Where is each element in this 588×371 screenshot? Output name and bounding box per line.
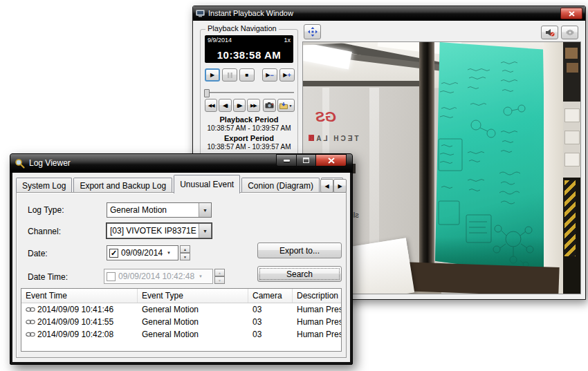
datetime-spinner: ▲ ▼	[214, 269, 225, 284]
stop-icon: ■	[246, 72, 249, 78]
hazard-stripes	[564, 180, 576, 256]
search-button[interactable]: Search	[257, 266, 342, 282]
pause-button[interactable]	[222, 68, 237, 82]
datetime-checkbox[interactable]	[107, 272, 116, 281]
tab-scroll-right-button[interactable]: ▶	[333, 179, 347, 193]
table-row[interactable]: 2014/09/09 10:41:55 General Motion 03 Hu…	[21, 316, 341, 328]
dropdown-arrow-icon[interactable]: ▼	[199, 224, 211, 238]
playback-period-label: Playback Period	[201, 115, 297, 124]
link-icon	[26, 319, 35, 325]
arrow-glyph: ▼	[203, 208, 208, 213]
speed-up-button[interactable]: ▶+	[279, 68, 295, 82]
table-row[interactable]: 2014/09/09 10:41:46 General Motion 03 Hu…	[21, 303, 341, 316]
seek-slider[interactable]	[204, 89, 294, 96]
spacer	[257, 68, 260, 82]
previous-frame-button[interactable]: ◀▮	[219, 99, 231, 112]
spin-up-button[interactable]: ▲	[214, 269, 225, 276]
playback-app-icon	[196, 10, 205, 17]
tab-export-backup-log[interactable]: Export and Backup Log	[73, 178, 172, 193]
camera-icon	[265, 102, 274, 108]
spin-up-icon: ▲	[218, 271, 221, 275]
frame-row: ◀◀ ◀▮ ▮▶ ▶▶ ▼	[205, 99, 295, 112]
minimize-button[interactable]	[276, 154, 297, 167]
cell-event-time: 2014/09/09 10:41:55	[21, 317, 138, 327]
dropdown-arrow-icon[interactable]: ▼	[199, 203, 211, 217]
datetime-picker[interactable]: 09/09/2014 10:42:48 ▼	[104, 269, 213, 284]
reflected-logo: GS	[315, 108, 336, 125]
cell-description: Human Present	[293, 330, 341, 339]
spin-up-button[interactable]: ▲	[180, 245, 190, 253]
tab-scroll-left-button[interactable]: ◀	[320, 179, 333, 193]
play-button[interactable]: ▶	[205, 68, 220, 82]
writing-board	[432, 42, 546, 285]
next-frame-button[interactable]: ▮▶	[233, 99, 246, 112]
arrow-glyph: ▼	[167, 251, 171, 255]
spin-down-button[interactable]: ▼	[180, 253, 190, 260]
fast-rewind-button[interactable]: ◀◀	[205, 99, 217, 112]
door-frame	[419, 42, 434, 277]
column-header-event-type[interactable]: Event Type	[138, 289, 248, 303]
tab-unusual-event[interactable]: Unusual Event	[174, 175, 240, 193]
right-wall	[563, 42, 580, 294]
column-header-description[interactable]: Description	[293, 289, 341, 303]
datetime-label: Date Time:	[28, 272, 68, 282]
settings-button[interactable]	[561, 26, 578, 39]
event-time: 2014/09/09 10:41:55	[37, 317, 113, 327]
cell-event-time: 2014/09/09 10:42:08	[21, 330, 138, 339]
playback-period-value: 10:38:57 AM - 10:39:57 AM	[201, 124, 297, 132]
tab-system-log[interactable]: System Log	[16, 178, 72, 193]
tab-label: Conion (Diagram)	[248, 181, 313, 191]
export-period-label: Export Period	[201, 134, 297, 142]
close-button[interactable]	[316, 154, 347, 167]
audio-mute-button[interactable]	[541, 26, 558, 39]
red-logo-square	[309, 135, 314, 141]
cell-event-type: General Motion	[138, 317, 248, 327]
pan-control-button[interactable]	[304, 24, 321, 39]
spin-down-button[interactable]: ▼	[214, 276, 225, 284]
tab-scroll-buttons: ◀ ▶	[320, 179, 347, 193]
stop-button[interactable]: ■	[239, 68, 255, 82]
export-clip-button[interactable]: ▼	[277, 99, 295, 112]
maximize-button[interactable]	[297, 154, 316, 167]
slider-thumb[interactable]	[204, 89, 210, 97]
group-label: Playback Navigation	[205, 24, 279, 32]
date-picker[interactable]: ✓ 09/09/2014 ▼	[107, 245, 178, 260]
magnifier-icon	[15, 158, 25, 169]
event-time: 2014/09/09 10:41:46	[37, 305, 113, 314]
export-to-label: Export to...	[279, 246, 320, 256]
tab-conion-diagram[interactable]: Conion (Diagram)	[241, 178, 320, 193]
reflected-lab-text: TECH LAB	[307, 135, 359, 142]
gear-icon	[566, 28, 574, 37]
logviewer-window-title: Log Viewer	[29, 158, 71, 168]
next-frame-icon: ▮▶	[237, 103, 241, 108]
log-type-select[interactable]: General Motion ▼	[107, 202, 212, 218]
playback-titlebar[interactable]: Instant Playback Window	[193, 6, 585, 21]
export-to-button[interactable]: Export to...	[257, 242, 342, 258]
channel-select[interactable]: [03] VIVOTEK IP8371E ( ▼	[107, 223, 212, 238]
cell-description: Human Present	[293, 317, 341, 327]
date-checkbox[interactable]: ✓	[109, 249, 118, 258]
pause-icon	[228, 73, 232, 78]
dropdown-arrow-icon[interactable]: ▼	[167, 251, 171, 255]
plus-glyph: +	[287, 72, 291, 79]
speed-down-button[interactable]: ▶−	[262, 68, 277, 82]
transport-row: ▶ ■ ▶− ▶+	[205, 68, 295, 82]
channel-value: [03] VIVOTEK IP8371E (	[107, 226, 199, 236]
dark-floor	[399, 262, 559, 294]
table-row[interactable]: 2014/09/09 10:42:08 General Motion 03 Hu…	[21, 328, 341, 341]
cell-event-time: 2014/09/09 10:41:46	[21, 305, 138, 314]
column-header-camera[interactable]: Camera	[248, 289, 293, 303]
snapshot-button[interactable]	[263, 99, 276, 112]
column-header-event-time[interactable]: Event Time	[21, 289, 138, 303]
display-date: 9/9/2014	[208, 37, 232, 44]
audio-mute-icon	[545, 28, 555, 37]
export-dropdown-arrow: ▼	[288, 104, 292, 108]
spin-down-icon: ▼	[218, 278, 221, 283]
fast-rewind-icon: ◀◀	[208, 103, 214, 108]
pan-icon	[308, 27, 318, 37]
fast-forward-button[interactable]: ▶▶	[247, 99, 259, 112]
tab-label: Export and Backup Log	[80, 181, 166, 191]
video-tools	[541, 26, 578, 39]
log-type-label: Log Type:	[28, 205, 64, 215]
close-button[interactable]	[560, 8, 582, 19]
